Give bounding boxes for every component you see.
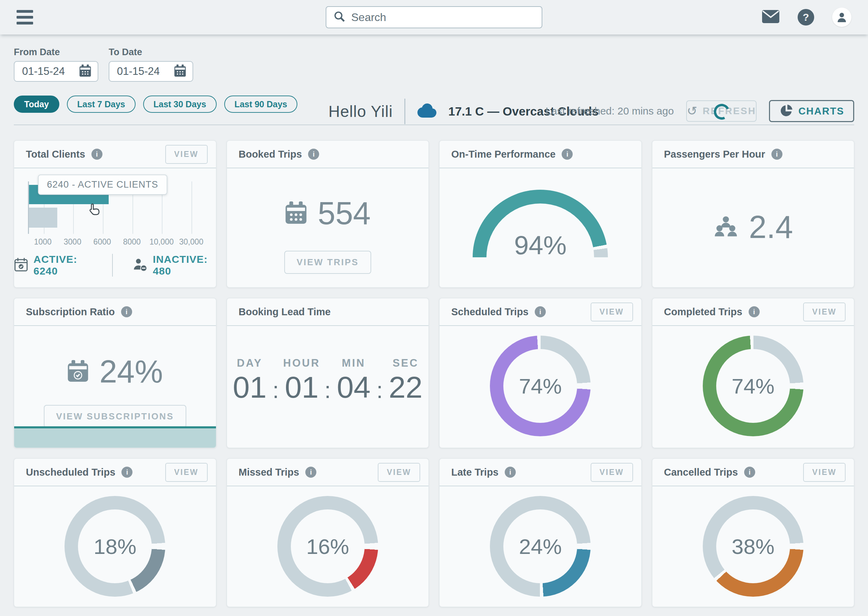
- view-subscriptions-button[interactable]: VIEW SUBSCRIPTIONS: [44, 405, 186, 428]
- hamburger-menu-icon[interactable]: [17, 10, 33, 25]
- card-title: Scheduled Trips: [451, 306, 528, 317]
- info-icon[interactable]: i: [505, 467, 516, 478]
- scheduled-trips-value: 74%: [490, 336, 591, 436]
- info-icon[interactable]: i: [121, 306, 132, 317]
- to-date-input[interactable]: [117, 65, 169, 78]
- info-icon[interactable]: i: [91, 149, 102, 160]
- info-icon[interactable]: i: [771, 149, 782, 160]
- info-icon[interactable]: i: [561, 149, 573, 160]
- axis-tick-label: 8000: [123, 237, 141, 247]
- view-button-unscheduled-trips[interactable]: VIEW: [165, 463, 208, 482]
- calendar-icon: [285, 201, 307, 226]
- card-title: Completed Trips: [664, 306, 742, 317]
- inactive-clients-value: INACTIVE: 480: [153, 253, 215, 277]
- unscheduled-trips-value: 18%: [64, 496, 165, 597]
- from-date-label: From Date: [14, 47, 98, 58]
- chip-last-30-days[interactable]: Last 30 Days: [143, 96, 217, 113]
- cloud-icon: [417, 104, 436, 119]
- person-minus-icon: [133, 258, 147, 273]
- missed-trips-donut: 16%: [277, 496, 378, 597]
- info-icon[interactable]: i: [308, 149, 319, 160]
- to-date-group: To Date: [108, 47, 193, 82]
- timer-value-hour: 01: [285, 371, 318, 403]
- card-title: On-Time Performance: [451, 149, 555, 160]
- calendar-icon[interactable]: [174, 64, 186, 79]
- avatar[interactable]: [832, 8, 851, 27]
- info-icon[interactable]: i: [535, 306, 546, 317]
- refresh-button[interactable]: ↺ REFRESH: [686, 101, 756, 122]
- timer-label-min: MIN: [342, 357, 366, 369]
- active-clients-stat: ACTIVE: 6240: [14, 253, 92, 277]
- subscription-ratio-value: 24%: [99, 354, 163, 390]
- lead-time-timer: DAY 01 : HOUR 01 : MIN 04 : SEC 22: [227, 357, 429, 403]
- clients-stats: ACTIVE: 6240 INACTIVE: 480: [14, 253, 216, 277]
- card-subscription-ratio: Subscription Ratio i 24%: [14, 298, 216, 448]
- view-button-scheduled-trips[interactable]: VIEW: [591, 302, 633, 321]
- search-box[interactable]: [326, 6, 542, 28]
- from-date-field[interactable]: [14, 61, 98, 82]
- subscription-progress-band: [14, 426, 216, 448]
- card-late-trips: Late Trips i VIEW 24%: [439, 458, 642, 607]
- info-icon[interactable]: i: [748, 306, 760, 317]
- to-date-field[interactable]: [108, 61, 193, 82]
- help-icon[interactable]: ?: [797, 9, 814, 25]
- missed-trips-value: 16%: [277, 496, 378, 597]
- card-title: Passengers Per Hour: [664, 149, 765, 160]
- view-button-late-trips[interactable]: VIEW: [591, 463, 633, 482]
- active-clients-value: ACTIVE: 6240: [33, 253, 92, 277]
- axis-tick-label: 10,000: [149, 237, 173, 247]
- card-passengers-per-hour: Passengers Per Hour i 2.4: [652, 140, 855, 288]
- card-title: Unscheduled Trips: [26, 467, 115, 478]
- completed-trips-value: 74%: [703, 336, 804, 436]
- greeting-text: Hello Yili: [329, 102, 393, 121]
- booked-trips-value: 554: [318, 195, 371, 231]
- last-refreshed-text: Last refreshed: 20 mins ago: [546, 105, 674, 117]
- timer-label-sec: SEC: [393, 357, 419, 369]
- late-trips-donut: 24%: [490, 496, 591, 597]
- axis-tick-label: 30,000: [179, 237, 203, 247]
- passengers-group-icon: [713, 215, 739, 240]
- view-button-total-clients[interactable]: VIEW: [165, 145, 208, 164]
- card-missed-trips: Missed Trips i VIEW 16%: [226, 458, 429, 607]
- card-booking-lead-time: Booking Lead Time DAY 01 : HOUR 01 : MIN…: [226, 298, 429, 448]
- chip-last-7-days[interactable]: Last 7 Days: [67, 96, 135, 113]
- timer-value-day: 01: [233, 371, 267, 403]
- info-icon[interactable]: i: [744, 467, 755, 478]
- hand-cursor-icon: [87, 203, 101, 219]
- info-icon[interactable]: i: [305, 467, 316, 478]
- charts-button[interactable]: CHARTS: [769, 100, 854, 122]
- view-button-cancelled-trips[interactable]: VIEW: [803, 463, 846, 482]
- passengers-per-hour-value: 2.4: [749, 209, 793, 245]
- card-title: Missed Trips: [239, 467, 299, 478]
- card-title: Subscription Ratio: [26, 306, 115, 317]
- calendar-icon[interactable]: [79, 64, 91, 79]
- search-input[interactable]: [351, 11, 535, 24]
- to-date-label: To Date: [108, 47, 193, 58]
- from-date-input[interactable]: [22, 65, 74, 78]
- card-total-clients: Total Clients i VIEW 6240 - ACTIVE CLIEN…: [14, 140, 216, 288]
- info-icon[interactable]: i: [121, 467, 132, 478]
- view-button-completed-trips[interactable]: VIEW: [803, 302, 846, 321]
- bar-chart-axis: 100030006000800010,00030,000: [28, 237, 206, 248]
- top-bar: ?: [0, 0, 868, 35]
- from-date-group: From Date: [14, 47, 98, 82]
- timer-label-day: DAY: [237, 357, 263, 369]
- chip-last-90-days[interactable]: Last 90 Days: [224, 96, 298, 113]
- card-scheduled-trips: Scheduled Trips i VIEW 74%: [439, 298, 642, 448]
- card-unscheduled-trips: Unscheduled Trips i VIEW 18%: [14, 458, 216, 607]
- cancelled-trips-value: 38%: [703, 496, 804, 597]
- timer-value-sec: 22: [389, 371, 423, 403]
- timer-value-min: 04: [337, 371, 371, 403]
- card-title: Booking Lead Time: [239, 306, 331, 317]
- late-trips-value: 24%: [490, 496, 591, 597]
- view-button-missed-trips[interactable]: VIEW: [378, 463, 420, 482]
- chip-today[interactable]: Today: [14, 96, 59, 113]
- on-time-gauge: 94%: [473, 190, 608, 258]
- mail-icon[interactable]: [762, 9, 780, 25]
- card-completed-trips: Completed Trips i VIEW 74%: [652, 298, 855, 448]
- clients-bar-chart: 6240 - ACTIVE CLIENTS: [28, 181, 206, 234]
- unscheduled-trips-donut: 18%: [64, 496, 165, 597]
- bar-inactive[interactable]: [29, 207, 57, 228]
- card-on-time-performance: On-Time Performance i 94%: [439, 140, 642, 288]
- view-trips-button[interactable]: VIEW TRIPS: [284, 251, 371, 274]
